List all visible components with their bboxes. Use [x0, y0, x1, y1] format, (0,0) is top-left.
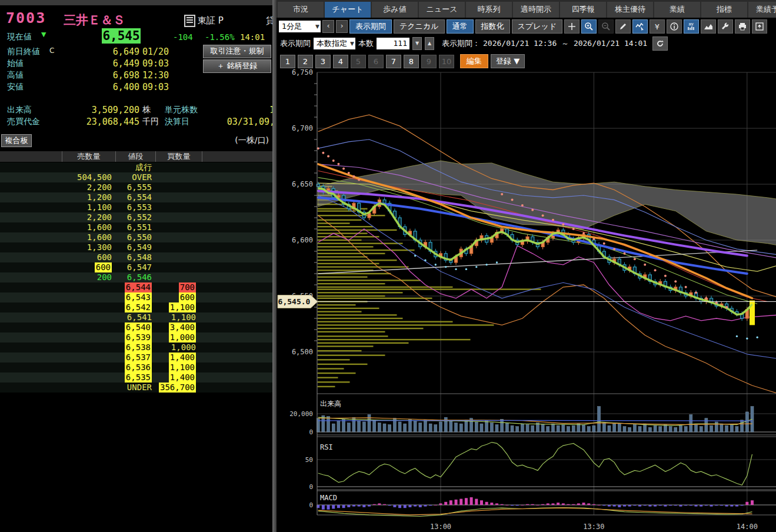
reset-period-button[interactable] — [652, 36, 668, 51]
register-stock-button[interactable]: ＋ 銘柄登録 — [203, 59, 271, 73]
tab-業績[interactable]: 業績 — [654, 2, 700, 18]
price-cell: 6,549 — [127, 242, 152, 252]
buy-cell: 1,400 — [169, 353, 196, 363]
tab-ニュース[interactable]: ニュース — [419, 2, 465, 18]
toolbar-button-テクニカル[interactable]: テクニカル — [394, 19, 445, 34]
ask-row[interactable]: 2,2006,555 — [0, 182, 272, 192]
preset-button-8[interactable]: 8 — [404, 55, 419, 68]
bid-row[interactable]: 6,543600 — [0, 292, 272, 302]
sar-upper-dots — [644, 264, 646, 266]
preset-button-3[interactable]: 3 — [315, 55, 331, 68]
per-share-note: (一株/口) — [235, 135, 269, 146]
ask-row[interactable]: 6006,548 — [0, 252, 272, 262]
current-price-label: 現在値 — [7, 32, 32, 42]
bid-row[interactable]: 6,544700 — [0, 282, 272, 292]
bid-row[interactable]: 6,5403,400 — [0, 322, 272, 332]
sar-upper-dots — [521, 204, 524, 207]
sar-upper-dots — [725, 306, 728, 308]
bid-row[interactable]: 6,5361,100 — [0, 363, 272, 373]
sar-upper-dots — [358, 178, 360, 181]
ask-row[interactable]: 1,1006,553 — [0, 202, 272, 212]
crosshair-chart-button[interactable] — [632, 19, 648, 34]
bid-row[interactable]: 6,5371,400 — [0, 353, 272, 363]
buy-cell: 356,700 — [159, 383, 196, 393]
toolbar-button-スプレッド[interactable]: スプレッド — [512, 19, 563, 34]
print-button[interactable] — [735, 19, 750, 34]
preset-button-2[interactable]: 2 — [298, 55, 313, 68]
tab-四季報[interactable]: 四季報 — [560, 2, 606, 18]
bid-row[interactable]: 6,5381,000 — [0, 343, 272, 353]
preset-button-5[interactable]: 5 — [351, 55, 366, 68]
preset-button-7[interactable]: 7 — [386, 55, 401, 68]
price-chart[interactable]: 13:0013:3014:006,7506,7006,6506,6006,550… — [277, 69, 776, 532]
open-time: 09:03 — [142, 58, 169, 69]
bid-row[interactable]: 6,5421,100 — [0, 302, 272, 312]
preset-button-10[interactable]: 10 — [439, 55, 454, 68]
tab-時系列[interactable]: 時系列 — [466, 2, 512, 18]
period-mode-select[interactable]: 本数指定 ▼ — [314, 38, 355, 49]
count-decrement-button[interactable]: ▼ — [412, 37, 422, 50]
ask-row[interactable]: 1,3006,549 — [0, 242, 272, 252]
info-button[interactable] — [667, 19, 682, 34]
trade-caution-button[interactable]: 取引注意・規制 — [203, 45, 271, 58]
ask-row[interactable]: 1,6006,551 — [0, 222, 272, 232]
price-cell: UNDER — [127, 383, 152, 393]
sar-lower-dots — [475, 266, 477, 268]
buy-cell: 1,000 — [169, 332, 196, 343]
tab-株主優待[interactable]: 株主優待 — [607, 2, 653, 18]
fiscal-label: 決算日 — [165, 117, 189, 127]
price-header: 値段 — [115, 151, 155, 162]
preset-button-9[interactable]: 9 — [421, 55, 437, 68]
tab-指標[interactable]: 指標 — [701, 2, 747, 18]
yen-button[interactable]: ¥ — [650, 19, 665, 34]
count-increment-button[interactable]: ▲ — [425, 37, 434, 50]
price-cell: 6,546 — [127, 272, 152, 282]
ask-row[interactable]: 1,2006,554 — [0, 192, 272, 202]
preset-button-1[interactable]: 1 — [280, 55, 295, 68]
sar-upper-dots — [664, 275, 667, 277]
settings-wrench-button[interactable] — [718, 19, 733, 34]
prev-bar-button[interactable]: ‹ — [322, 20, 334, 33]
bar-count-input[interactable]: 111 — [377, 38, 409, 49]
preset-button-6[interactable]: 6 — [368, 55, 384, 68]
bid-row[interactable]: UNDER356,700 — [0, 383, 272, 393]
toolbar-button-指数化[interactable]: 指数化 — [475, 19, 510, 34]
ask-row[interactable]: 2,2006,552 — [0, 212, 272, 222]
tab-業績予測[interactable]: 業績予測 — [748, 2, 776, 18]
ask-row[interactable]: 504,500OVER — [0, 172, 272, 182]
popout-button[interactable] — [752, 19, 767, 34]
area-chart-button[interactable] — [701, 19, 716, 34]
preset-button-4[interactable]: 4 — [333, 55, 348, 68]
turnover-row: 売買代金 23,068,445 千円 決算日 03/31,09, — [0, 117, 272, 127]
composite-board-button[interactable]: 複合板 — [1, 134, 32, 147]
zoom-out-button[interactable] — [598, 19, 614, 34]
turnover-value: 23,068,445 — [86, 117, 139, 127]
bid-row[interactable]: 6,5391,000 — [0, 332, 272, 343]
tab-適時開示[interactable]: 適時開示 — [513, 2, 559, 18]
tab-市況[interactable]: 市況 — [278, 2, 324, 18]
tab-歩み値[interactable]: 歩み値 — [372, 2, 418, 18]
price-cell: 6,542 — [125, 302, 152, 312]
sar-upper-dots — [552, 219, 554, 221]
edit-button[interactable]: 編集 — [460, 54, 488, 68]
tab-チャート[interactable]: チャート — [325, 2, 371, 18]
ask-row[interactable]: 1,6006,550 — [0, 232, 272, 242]
ask-row[interactable]: 6006,547 — [0, 262, 272, 272]
svg-text:0: 0 — [309, 501, 313, 509]
timeframe-select[interactable]: 1分足▼ — [279, 21, 321, 32]
next-bar-button[interactable]: › — [336, 20, 348, 33]
toolbar-button-通常[interactable]: 通常 — [447, 19, 474, 34]
bid-row[interactable]: 6,5411,100 — [0, 312, 272, 322]
panel-divider[interactable] — [272, 0, 277, 532]
register-button[interactable]: 登録 ▼ — [491, 54, 525, 68]
low-label: 安値 — [7, 82, 24, 92]
buy-cell: 600 — [179, 292, 196, 302]
add-button[interactable] — [564, 19, 579, 34]
ask-row[interactable]: 2006,546 — [0, 272, 272, 282]
toolbar-button-表示期間[interactable]: 表示期間 — [349, 19, 392, 34]
zoom-in-button[interactable] — [581, 19, 597, 34]
bid-row[interactable]: 6,5351,400 — [0, 373, 272, 383]
my-chart-button[interactable]: MY — [684, 19, 699, 34]
draw-pencil-button[interactable] — [615, 19, 631, 34]
market-order-row[interactable]: 成行 — [0, 162, 272, 172]
